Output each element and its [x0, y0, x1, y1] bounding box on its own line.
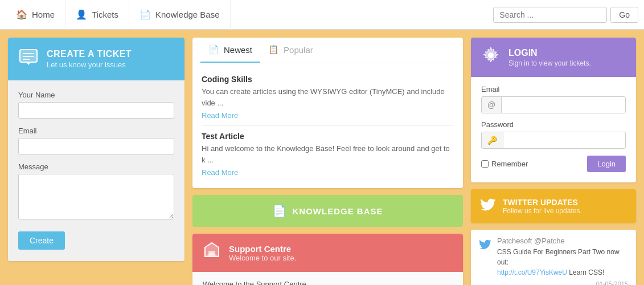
twitter-user-name: Patchesoft [497, 237, 532, 245]
email-label: Email [18, 127, 174, 135]
search-input[interactable] [493, 7, 607, 23]
create-button[interactable]: Create [18, 231, 65, 250]
support-body: Welcome to the Support Centre. [192, 272, 463, 285]
support-icon [203, 242, 221, 264]
ticket-subtitle: Let us know your issues [47, 60, 132, 69]
doc-tab-icon: 📄 [208, 44, 219, 55]
twitter-bird-icon [480, 196, 496, 216]
twitter-username: Patchesoft @Patche [497, 237, 628, 245]
kb-banner-icon: 📄 [272, 204, 286, 218]
support-subtitle: Welcome to our site. [229, 254, 296, 262]
message-group: Message [18, 162, 174, 221]
email-at-icon: @ [482, 97, 502, 113]
login-form: Email @ Password 🔑 Remember Login [471, 77, 636, 182]
name-group: Your Name [18, 91, 174, 119]
kb-banner-text: KNOWLEDGE BASE [292, 206, 383, 216]
remember-label: Remember [481, 160, 528, 168]
support-title: Support Centre [229, 244, 296, 254]
login-email-label: Email [481, 85, 626, 93]
home-icon: 🏠 [16, 9, 27, 20]
nav-home[interactable]: 🏠 Home [6, 0, 65, 30]
login-subtitle: Sign in to view your tickets. [508, 59, 591, 67]
knowledge-base-banner[interactable]: 📄 KNOWLEDGE BASE [192, 195, 463, 227]
main-content: CREATE A TICKET Let us know your issues … [0, 30, 644, 285]
article-title-1: Coding Skills [202, 75, 454, 84]
ticket-title: CREATE A TICKET [47, 49, 132, 59]
search-box: Go [493, 7, 638, 23]
search-button[interactable]: Go [610, 7, 638, 23]
read-more-1[interactable]: Read More [202, 111, 238, 120]
nav-tickets[interactable]: 👤 Tickets [65, 0, 129, 30]
nav-kb-label: Knowledge Base [155, 10, 220, 19]
login-title: LOGIN [508, 48, 591, 58]
login-password-input[interactable] [503, 133, 625, 148]
tab-popular-label: Popular [284, 45, 313, 55]
twitter-date: 01-05-2015 [497, 280, 628, 285]
tab-newest-label: Newest [224, 45, 252, 55]
ticket-form: Your Name Email Message Create [8, 80, 184, 261]
nav-knowledge-base[interactable]: 📄 Knowledge Base [129, 0, 231, 30]
middle-column: 📄 Newest 📋 Popular Coding Skills You can… [192, 38, 463, 285]
login-header-text: LOGIN Sign in to view your tickets. [508, 48, 591, 67]
twitter-subtitle: Follow us for live updates. [503, 207, 582, 215]
doc-icon: 📄 [140, 9, 151, 20]
twitter-header-text: TWITTER UPDATES Follow us for live updat… [503, 198, 582, 215]
support-header: Support Centre Welcome to our site. [192, 234, 463, 272]
message-label: Message [18, 162, 174, 171]
twitter-link-suffix: Learn CSS! [569, 268, 604, 276]
support-card: Support Centre Welcome to our site. Welc… [192, 234, 463, 285]
name-input[interactable] [18, 102, 174, 119]
login-email-input[interactable] [502, 97, 625, 113]
navbar: 🏠 Home 👤 Tickets 📄 Knowledge Base Go [0, 0, 644, 30]
article-item-2: Test Article Hi and welcome to the Knowl… [202, 126, 454, 182]
ticket-header: CREATE A TICKET Let us know your issues [8, 38, 184, 80]
article-desc-1: You can create articles using the WYSIWY… [202, 86, 454, 108]
twitter-text-content: CSS Guide For Beginners Part Two now out… [497, 248, 620, 266]
right-column: LOGIN Sign in to view your tickets. Emai… [471, 38, 636, 285]
password-input-group: 🔑 [481, 132, 626, 149]
twitter-header-card: TWITTER UPDATES Follow us for live updat… [471, 189, 636, 223]
read-more-2[interactable]: Read More [202, 168, 238, 177]
tab-newest[interactable]: 📄 Newest [200, 38, 260, 63]
remember-text: Remember [491, 160, 528, 168]
email-input[interactable] [18, 138, 174, 154]
twitter-title: TWITTER UPDATES [503, 198, 582, 207]
message-textarea[interactable] [18, 174, 174, 219]
article-title-2: Test Article [202, 132, 454, 141]
login-header: LOGIN Sign in to view your tickets. [471, 38, 636, 77]
articles-tabs: 📄 Newest 📋 Popular [192, 38, 463, 63]
login-card: LOGIN Sign in to view your tickets. Emai… [471, 38, 636, 182]
remember-row: Remember Login [481, 156, 626, 172]
login-button[interactable]: Login [587, 156, 626, 172]
twitter-link[interactable]: http://t.co/U97YisKweU [497, 268, 567, 276]
email-group: Email [18, 127, 174, 154]
twitter-post-bird-icon [479, 238, 491, 285]
remember-checkbox[interactable] [481, 160, 489, 168]
article-desc-2: Hi and welcome to the Knowledge Base! Fe… [202, 143, 454, 165]
left-column: CREATE A TICKET Let us know your issues … [8, 38, 184, 285]
ticket-header-text: CREATE A TICKET Let us know your issues [47, 49, 132, 69]
create-ticket-card: CREATE A TICKET Let us know your issues … [8, 38, 184, 261]
login-password-label: Password [481, 120, 626, 129]
twitter-handle: @Patche [534, 237, 565, 245]
nav-tickets-label: Tickets [92, 10, 118, 19]
svg-rect-7 [208, 251, 215, 256]
article-list: Coding Skills You can create articles us… [192, 63, 463, 188]
nav-home-label: Home [32, 10, 55, 19]
password-key-icon: 🔑 [482, 132, 503, 148]
svg-marker-4 [26, 62, 31, 65]
twitter-post-card: Patchesoft @Patche CSS Guide For Beginne… [471, 230, 636, 285]
user-icon: 👤 [76, 9, 87, 20]
article-item-1: Coding Skills You can create articles us… [202, 69, 454, 126]
ticket-icon [18, 47, 39, 71]
twitter-post-body: Patchesoft @Patche CSS Guide For Beginne… [497, 237, 628, 285]
login-gear-icon [481, 46, 501, 69]
twitter-post-text: CSS Guide For Beginners Part Two now out… [497, 247, 628, 278]
name-label: Your Name [18, 91, 174, 99]
articles-card: 📄 Newest 📋 Popular Coding Skills You can… [192, 38, 463, 188]
doc-popular-icon: 📋 [268, 44, 279, 55]
email-input-group: @ [481, 96, 626, 113]
support-header-text: Support Centre Welcome to our site. [229, 244, 296, 262]
tab-popular[interactable]: 📋 Popular [260, 38, 321, 63]
